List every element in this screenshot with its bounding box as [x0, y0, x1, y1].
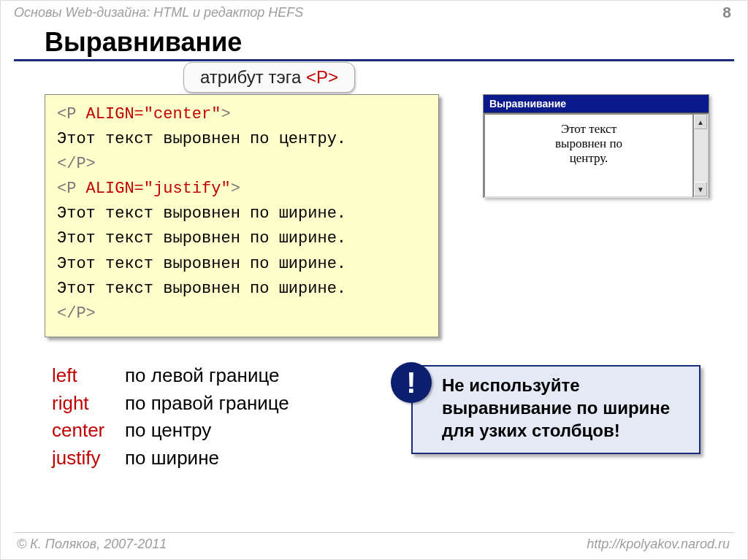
code-line: Этот текст выровнен по ширине. — [57, 226, 427, 251]
code-line: Этот текст выровнен по центру. — [57, 127, 427, 152]
preview-body: Этот текст выровнен по центру. ▲ ▼ — [484, 113, 709, 198]
footer-divider — [14, 532, 734, 533]
scroll-up-icon[interactable]: ▲ — [694, 115, 707, 129]
callout-text: атрибут тэга — [200, 67, 306, 87]
scrollbar[interactable]: ▲ ▼ — [692, 113, 709, 198]
footer-url: http://kpolyakov.narod.ru — [587, 537, 730, 552]
scroll-down-icon[interactable]: ▼ — [694, 182, 707, 196]
legend-row: rightпо правой границе — [52, 390, 289, 418]
warning-box: Не используйте выравнивание по ширине дл… — [411, 365, 701, 454]
slide: Основы Web-дизайна: HTML и редактор HEFS… — [0, 0, 748, 560]
legend-row: centerпо центру — [52, 417, 289, 445]
code-line: Этот текст выровнен по ширине. — [57, 252, 427, 277]
code-line: </P> — [57, 152, 427, 177]
callout-tag: <P> — [306, 67, 338, 87]
align-legend: leftпо левой границе rightпо правой гран… — [52, 362, 289, 472]
code-line: Этот текст выровнен по ширине. — [57, 277, 427, 302]
footer-copyright: © К. Поляков, 2007-2011 — [17, 537, 167, 552]
legend-row: leftпо левой границе — [52, 362, 289, 390]
code-line: Этот текст выровнен по ширине. — [57, 202, 427, 226]
legend-row: justifyпо ширине — [52, 445, 289, 472]
preview-content: Этот текст выровнен по центру. — [484, 113, 692, 198]
code-line: <P ALIGN="center"> — [57, 102, 427, 127]
title-divider — [14, 59, 734, 61]
preview-titlebar: Выравнивание — [484, 95, 709, 113]
callout-bubble: атрибут тэга <P> — [183, 62, 355, 93]
page-title: Выравнивание — [45, 27, 242, 58]
header-text: Основы Web-дизайна: HTML и редактор HEFS — [14, 5, 734, 20]
code-line: <P ALIGN="justify"> — [57, 177, 427, 202]
warning-text: Не используйте выравнивание по ширине дл… — [442, 375, 670, 440]
page-number: 8 — [722, 4, 731, 21]
browser-preview: Выравнивание Этот текст выровнен по цент… — [483, 94, 709, 198]
code-line: </P> — [57, 302, 427, 326]
scroll-track[interactable] — [694, 129, 707, 182]
code-box: <P ALIGN="center"> Этот текст выровнен п… — [45, 94, 439, 337]
warning-icon: ! — [391, 362, 432, 403]
